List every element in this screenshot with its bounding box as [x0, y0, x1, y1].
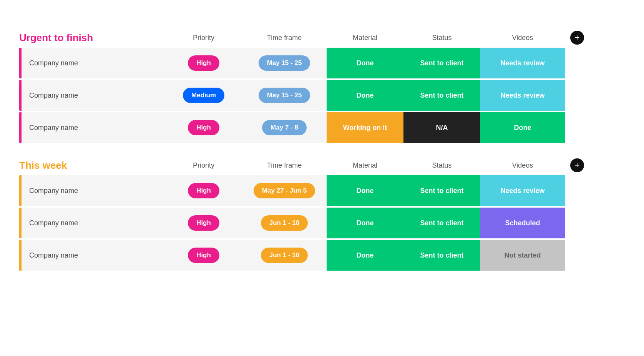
priority-badge: High	[188, 183, 219, 198]
section-title-thisweek: This week	[19, 160, 165, 171]
company-name-label: Company name	[29, 91, 78, 100]
timeframe-badge: May 27 - Jun 5	[254, 183, 315, 198]
left-bar-indicator	[19, 208, 22, 238]
table-row: Company nameHighJun 1 - 10DoneSent to cl…	[19, 240, 625, 271]
videos-cell: Needs review	[480, 80, 565, 111]
left-bar-indicator	[19, 240, 22, 271]
table-urgent: Company nameHighMay 15 - 25DoneSent to c…	[19, 48, 625, 143]
priority-badge: High	[188, 248, 219, 263]
material-cell: Working on it	[327, 112, 403, 143]
priority-badge: High	[188, 55, 219, 71]
priority-badge: High	[188, 215, 219, 231]
section-urgent: Urgent to finishPriorityTime frameMateri…	[19, 31, 625, 143]
timeframe-cell: May 7 - 8	[242, 112, 327, 143]
col-header-1-0: Priority	[165, 161, 242, 170]
table-row: Company nameHighMay 27 - Jun 5DoneSent t…	[19, 175, 625, 206]
col-header-1-4: Videos	[480, 161, 565, 170]
col-header-1-3: Status	[403, 161, 480, 170]
status-cell: Sent to client	[403, 80, 480, 111]
company-name-label: Company name	[29, 251, 78, 260]
priority-badge: High	[188, 120, 219, 135]
row-name-cell: Company name	[19, 240, 165, 271]
table-row: Company nameHighMay 15 - 25DoneSent to c…	[19, 48, 625, 78]
section-header-thisweek: This weekPriorityTime frameMaterialStatu…	[19, 158, 625, 172]
col-header-0-0: Priority	[165, 34, 242, 42]
videos-cell: Done	[480, 112, 565, 143]
timeframe-badge: Jun 1 - 10	[261, 248, 308, 263]
row-name-cell: Company name	[19, 112, 165, 143]
timeframe-badge: May 15 - 25	[259, 88, 310, 103]
table-row: Company nameHighJun 1 - 10DoneSent to cl…	[19, 208, 625, 238]
status-cell: Sent to client	[403, 240, 480, 271]
add-row-button-thisweek[interactable]: +	[570, 158, 584, 172]
timeframe-badge: May 7 - 8	[262, 120, 307, 135]
section-header-urgent: Urgent to finishPriorityTime frameMateri…	[19, 31, 625, 45]
material-cell: Done	[327, 240, 403, 271]
status-cell: Sent to client	[403, 48, 480, 78]
row-name-cell: Company name	[19, 80, 165, 111]
section-thisweek: This weekPriorityTime frameMaterialStatu…	[19, 158, 625, 271]
row-name-cell: Company name	[19, 175, 165, 206]
col-header-0-3: Status	[403, 34, 480, 42]
company-name-label: Company name	[29, 187, 78, 195]
row-name-cell: Company name	[19, 48, 165, 78]
priority-cell: High	[165, 208, 242, 238]
status-cell: N/A	[403, 112, 480, 143]
timeframe-cell: May 15 - 25	[242, 80, 327, 111]
company-name-label: Company name	[29, 124, 78, 132]
col-header-0-1: Time frame	[242, 34, 327, 42]
priority-cell: Medium	[165, 80, 242, 111]
timeframe-cell: Jun 1 - 10	[242, 208, 327, 238]
videos-cell: Needs review	[480, 48, 565, 78]
left-bar-indicator	[19, 48, 22, 78]
left-bar-indicator	[19, 175, 22, 206]
left-bar-indicator	[19, 80, 22, 111]
company-name-label: Company name	[29, 59, 78, 67]
status-cell: Sent to client	[403, 208, 480, 238]
timeframe-badge: Jun 1 - 10	[261, 215, 308, 231]
status-cell: Sent to client	[403, 175, 480, 206]
priority-badge: Medium	[183, 88, 224, 103]
add-row-button-urgent[interactable]: +	[570, 31, 584, 45]
table-row: Company nameMediumMay 15 - 25DoneSent to…	[19, 80, 625, 111]
material-cell: Done	[327, 175, 403, 206]
timeframe-cell: May 15 - 25	[242, 48, 327, 78]
row-name-cell: Company name	[19, 208, 165, 238]
col-header-0-4: Videos	[480, 34, 565, 42]
videos-cell: Not started	[480, 240, 565, 271]
col-header-1-2: Material	[327, 161, 403, 170]
priority-cell: High	[165, 48, 242, 78]
section-title-urgent: Urgent to finish	[19, 32, 165, 44]
material-cell: Done	[327, 80, 403, 111]
company-name-label: Company name	[29, 219, 78, 227]
timeframe-badge: May 15 - 25	[259, 55, 310, 71]
col-header-1-1: Time frame	[242, 161, 327, 170]
timeframe-cell: Jun 1 - 10	[242, 240, 327, 271]
videos-cell: Scheduled	[480, 208, 565, 238]
table-row: Company nameHighMay 7 - 8Working on itN/…	[19, 112, 625, 143]
material-cell: Done	[327, 48, 403, 78]
material-cell: Done	[327, 208, 403, 238]
priority-cell: High	[165, 112, 242, 143]
table-thisweek: Company nameHighMay 27 - Jun 5DoneSent t…	[19, 175, 625, 271]
priority-cell: High	[165, 240, 242, 271]
priority-cell: High	[165, 175, 242, 206]
col-header-0-2: Material	[327, 34, 403, 42]
left-bar-indicator	[19, 112, 22, 143]
videos-cell: Needs review	[480, 175, 565, 206]
timeframe-cell: May 27 - Jun 5	[242, 175, 327, 206]
